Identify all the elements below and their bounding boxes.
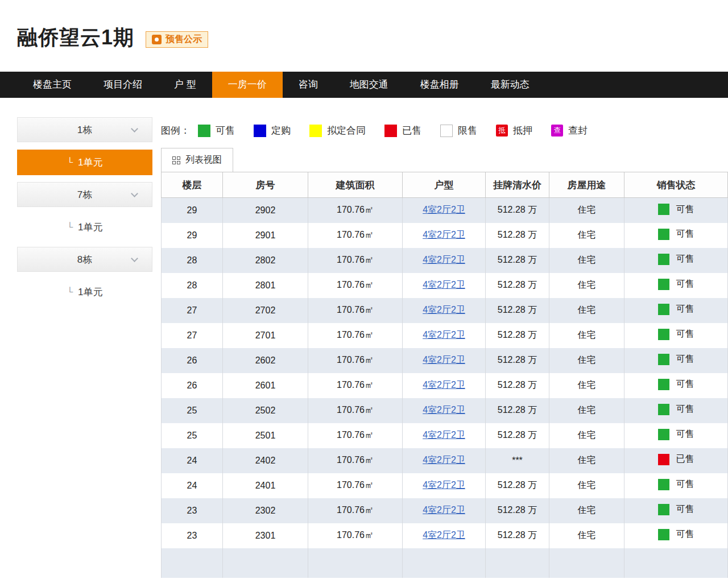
status-label: 可售 — [676, 228, 694, 240]
table-row: 27 2701 170.76㎡ 4室2厅2卫 512.28 万 住宅 可售 — [162, 323, 728, 348]
legend-item-draft-contract: 拟定合同 — [309, 124, 366, 137]
status-badge: 可售 — [658, 528, 694, 540]
status-square-icon — [658, 304, 669, 315]
cell-status: 可售 — [624, 473, 728, 498]
cell-area: 170.76㎡ — [308, 373, 403, 398]
layout-link[interactable]: 4室2厅2卫 — [423, 330, 465, 340]
nav-item-price-per-room[interactable]: 一房一价 — [212, 72, 283, 98]
layout-link[interactable]: 4室2厅2卫 — [423, 305, 465, 315]
cell-price: 512.28 万 — [486, 248, 549, 273]
layout-link[interactable]: 4室2厅2卫 — [423, 530, 465, 540]
announcement-icon — [152, 35, 162, 44]
layout-link[interactable]: 4室2厅2卫 — [423, 505, 465, 515]
nav-item-map-traffic[interactable]: 地图交通 — [334, 72, 404, 98]
cell-usage: 住宅 — [549, 473, 624, 498]
status-square-icon — [658, 329, 669, 340]
table-row: 23 2302 170.76㎡ 4室2厅2卫 512.28 万 住宅 可售 — [162, 498, 728, 523]
sidebar-unit-of-building-1[interactable]: └ 1单元 — [17, 150, 152, 175]
layout-link[interactable]: 4室2厅2卫 — [423, 230, 465, 239]
layout-link[interactable]: 4室2厅2卫 — [423, 355, 465, 365]
cell-usage: 住宅 — [549, 523, 624, 548]
sidebar-building-1[interactable]: 1栋 — [17, 117, 152, 142]
layout-link[interactable]: 4室2厅2卫 — [423, 455, 465, 465]
status-label: 可售 — [676, 478, 694, 490]
sold-swatch-icon — [384, 125, 397, 137]
presale-publicity-badge[interactable]: 预售公示 — [146, 31, 208, 48]
cell-floor: 23 — [162, 498, 223, 523]
content: 1栋 └ 1单元 7栋 └ 1单元 8栋 └ 1单元 图例： 可售 定购 拟定合… — [0, 117, 728, 578]
cell-room: 2402 — [223, 448, 308, 473]
status-label: 可售 — [676, 503, 694, 515]
layout-link[interactable]: 4室2厅2卫 — [423, 430, 465, 440]
cell-status: 可售 — [624, 248, 728, 273]
tab-list-view[interactable]: 列表视图 — [161, 148, 233, 172]
cell-layout: 4室2厅2卫 — [403, 198, 486, 223]
nav-item-project-intro[interactable]: 项目介绍 — [88, 72, 158, 98]
sidebar-building-7[interactable]: 7栋 — [17, 182, 152, 207]
tree-branch-icon: └ — [67, 287, 73, 296]
cell-layout: 4室2厅2卫 — [403, 348, 486, 373]
legend: 图例： 可售 定购 拟定合同 已售 限售 抵 抵押 查 查封 — [161, 124, 728, 137]
chevron-down-icon — [131, 125, 138, 133]
legend-item-label: 抵押 — [513, 124, 532, 137]
layout-link[interactable]: 4室2厅2卫 — [423, 255, 465, 264]
cell-status: 可售 — [624, 223, 728, 248]
cell-layout: 4室2厅2卫 — [403, 298, 486, 323]
legend-item-label: 查封 — [568, 124, 588, 137]
layout-link[interactable]: 4室2厅2卫 — [423, 205, 465, 214]
sidebar-building-8[interactable]: 8栋 — [17, 247, 152, 272]
cell-floor: 28 — [162, 273, 223, 298]
status-badge: 可售 — [658, 253, 694, 265]
cell-status: 可售 — [624, 198, 728, 223]
cell-price: 512.28 万 — [486, 273, 549, 298]
status-label: 可售 — [676, 253, 694, 265]
sidebar-unit-of-building-8[interactable]: └ 1单元 — [17, 279, 152, 305]
legend-item-label: 定购 — [271, 124, 291, 137]
cell-status: 已售 — [624, 448, 728, 473]
status-label: 可售 — [676, 378, 694, 390]
cell-area: 170.76㎡ — [308, 473, 403, 498]
sealed-swatch-icon: 查 — [551, 125, 563, 137]
cell-floor: 27 — [162, 298, 223, 323]
cell-area: 170.76㎡ — [308, 223, 403, 248]
cell-layout: 4室2厅2卫 — [403, 248, 486, 273]
layout-link[interactable]: 4室2厅2卫 — [423, 380, 465, 390]
status-label: 可售 — [676, 303, 694, 315]
tab-list-view-label: 列表视图 — [185, 154, 222, 166]
status-square-icon — [658, 529, 669, 540]
nav-item-photo-album[interactable]: 楼盘相册 — [404, 72, 475, 98]
status-label: 可售 — [676, 528, 694, 540]
unit-label: 1单元 — [78, 156, 102, 169]
layout-link[interactable]: 4室2厅2卫 — [423, 280, 465, 290]
cell-status: 可售 — [624, 498, 728, 523]
cell-layout: 4室2厅2卫 — [403, 323, 486, 348]
layout-link[interactable]: 4室2厅2卫 — [423, 405, 465, 415]
nav-item-floor-plan[interactable]: 户 型 — [158, 72, 212, 98]
cell-floor: 23 — [162, 523, 223, 548]
status-square-icon — [658, 504, 669, 515]
status-badge: 可售 — [658, 228, 694, 240]
status-badge: 已售 — [658, 453, 694, 465]
site-header: 融侨望云1期 预售公示 — [0, 0, 728, 72]
cell-usage: 住宅 — [549, 298, 624, 323]
nav-item-latest-news[interactable]: 最新动态 — [475, 72, 545, 98]
cell-layout: 4室2厅2卫 — [403, 223, 486, 248]
sidebar-unit-of-building-7[interactable]: └ 1单元 — [17, 214, 152, 240]
nav-item-consult[interactable]: 咨询 — [283, 72, 334, 98]
presale-publicity-label: 预售公示 — [166, 34, 202, 46]
nav-item-home[interactable]: 楼盘主页 — [17, 72, 88, 98]
status-square-icon — [658, 254, 669, 265]
status-badge: 可售 — [658, 303, 694, 315]
cell-usage: 住宅 — [549, 448, 624, 473]
table-row: 26 2601 170.76㎡ 4室2厅2卫 512.28 万 住宅 可售 — [162, 373, 728, 398]
cell-room: 2401 — [223, 473, 308, 498]
cell-room: 2801 — [223, 273, 308, 298]
empty-row — [162, 548, 728, 578]
restricted-swatch-icon — [440, 125, 453, 137]
cell-room: 2702 — [223, 298, 308, 323]
cell-layout: 4室2厅2卫 — [403, 498, 486, 523]
layout-link[interactable]: 4室2厅2卫 — [423, 480, 465, 490]
forsale-swatch-icon — [198, 125, 210, 137]
cell-layout: 4室2厅2卫 — [403, 473, 486, 498]
cell-area: 170.76㎡ — [308, 198, 403, 223]
